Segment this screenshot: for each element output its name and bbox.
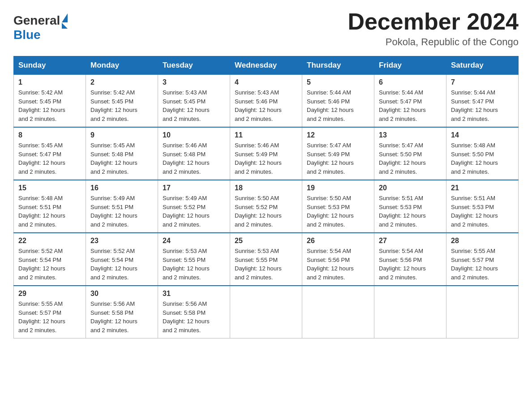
calendar-cell: 5 Sunrise: 5:44 AMSunset: 5:46 PMDayligh… [302,75,374,128]
week-row-1: 1 Sunrise: 5:42 AMSunset: 5:45 PMDayligh… [14,75,519,128]
week-row-2: 8 Sunrise: 5:45 AMSunset: 5:47 PMDayligh… [14,127,519,180]
day-number: 24 [163,237,225,245]
calendar-cell: 31 Sunrise: 5:56 AMSunset: 5:58 PMDaylig… [158,286,230,338]
calendar-cell: 2 Sunrise: 5:42 AMSunset: 5:45 PMDayligh… [86,75,158,128]
day-number: 26 [307,237,369,245]
calendar-header-row: SundayMondayTuesdayWednesdayThursdayFrid… [14,56,519,75]
col-header-monday: Monday [86,56,158,75]
day-number: 12 [307,131,369,139]
calendar-cell: 10 Sunrise: 5:46 AMSunset: 5:48 PMDaylig… [158,127,230,180]
day-number: 23 [90,237,153,245]
day-number: 1 [18,78,81,86]
calendar-cell: 20 Sunrise: 5:51 AMSunset: 5:53 PMDaylig… [374,180,446,233]
day-info: Sunrise: 5:44 AMSunset: 5:47 PMDaylight:… [451,89,498,122]
day-number: 8 [18,131,81,139]
day-info: Sunrise: 5:50 AMSunset: 5:52 PMDaylight:… [235,195,282,228]
day-info: Sunrise: 5:56 AMSunset: 5:58 PMDaylight:… [90,300,137,334]
calendar-cell: 19 Sunrise: 5:50 AMSunset: 5:53 PMDaylig… [302,180,374,233]
calendar-cell: 15 Sunrise: 5:48 AMSunset: 5:51 PMDaylig… [14,180,86,233]
calendar-cell: 18 Sunrise: 5:50 AMSunset: 5:52 PMDaylig… [230,180,302,233]
day-number: 29 [18,290,81,298]
calendar-cell: 25 Sunrise: 5:53 AMSunset: 5:55 PMDaylig… [230,233,302,286]
day-info: Sunrise: 5:46 AMSunset: 5:48 PMDaylight:… [163,142,210,175]
day-info: Sunrise: 5:50 AMSunset: 5:53 PMDaylight:… [307,195,354,228]
logo-general: General [13,14,60,27]
day-number: 15 [18,184,81,192]
day-number: 9 [90,131,153,139]
calendar-cell [302,286,374,338]
week-row-5: 29 Sunrise: 5:55 AMSunset: 5:57 PMDaylig… [14,286,519,338]
day-info: Sunrise: 5:52 AMSunset: 5:54 PMDaylight:… [90,248,137,281]
day-number: 31 [163,290,225,298]
day-number: 5 [307,78,369,86]
day-number: 28 [451,237,514,245]
day-info: Sunrise: 5:47 AMSunset: 5:49 PMDaylight:… [307,142,354,175]
calendar-cell: 9 Sunrise: 5:45 AMSunset: 5:48 PMDayligh… [86,127,158,180]
day-info: Sunrise: 5:51 AMSunset: 5:53 PMDaylight:… [379,195,426,228]
calendar-cell [374,286,446,338]
day-info: Sunrise: 5:51 AMSunset: 5:53 PMDaylight:… [451,195,498,228]
week-row-3: 15 Sunrise: 5:48 AMSunset: 5:51 PMDaylig… [14,180,519,233]
calendar-cell: 4 Sunrise: 5:43 AMSunset: 5:46 PMDayligh… [230,75,302,128]
calendar-cell: 27 Sunrise: 5:54 AMSunset: 5:56 PMDaylig… [374,233,446,286]
day-number: 22 [18,237,81,245]
calendar-cell: 23 Sunrise: 5:52 AMSunset: 5:54 PMDaylig… [86,233,158,286]
calendar-cell: 24 Sunrise: 5:53 AMSunset: 5:55 PMDaylig… [158,233,230,286]
day-info: Sunrise: 5:43 AMSunset: 5:46 PMDaylight:… [235,89,282,122]
col-header-tuesday: Tuesday [158,56,230,75]
day-info: Sunrise: 5:54 AMSunset: 5:56 PMDaylight:… [307,248,354,281]
day-info: Sunrise: 5:43 AMSunset: 5:45 PMDaylight:… [163,89,210,122]
day-info: Sunrise: 5:52 AMSunset: 5:54 PMDaylight:… [18,248,65,281]
day-number: 25 [235,237,297,245]
day-info: Sunrise: 5:56 AMSunset: 5:58 PMDaylight:… [163,300,210,334]
col-header-wednesday: Wednesday [230,56,302,75]
day-number: 3 [163,78,225,86]
col-header-saturday: Saturday [446,56,519,75]
calendar-cell: 28 Sunrise: 5:55 AMSunset: 5:57 PMDaylig… [446,233,519,286]
calendar-cell: 12 Sunrise: 5:47 AMSunset: 5:49 PMDaylig… [302,127,374,180]
calendar-cell: 29 Sunrise: 5:55 AMSunset: 5:57 PMDaylig… [14,286,86,338]
day-info: Sunrise: 5:55 AMSunset: 5:57 PMDaylight:… [18,300,65,334]
location-title: Pokola, Republic of the Congo [348,36,519,48]
day-number: 16 [90,184,153,192]
title-block: December 2024 Pokola, Republic of the Co… [348,9,519,48]
day-info: Sunrise: 5:48 AMSunset: 5:51 PMDaylight:… [18,195,65,228]
day-info: Sunrise: 5:45 AMSunset: 5:48 PMDaylight:… [90,142,137,175]
day-info: Sunrise: 5:49 AMSunset: 5:52 PMDaylight:… [163,195,210,228]
calendar-cell: 26 Sunrise: 5:54 AMSunset: 5:56 PMDaylig… [302,233,374,286]
day-info: Sunrise: 5:54 AMSunset: 5:56 PMDaylight:… [379,248,426,281]
day-info: Sunrise: 5:53 AMSunset: 5:55 PMDaylight:… [235,248,282,281]
day-number: 21 [451,184,514,192]
calendar-table: SundayMondayTuesdayWednesdayThursdayFrid… [13,56,519,338]
calendar-cell: 11 Sunrise: 5:46 AMSunset: 5:49 PMDaylig… [230,127,302,180]
day-number: 2 [90,78,153,86]
day-info: Sunrise: 5:47 AMSunset: 5:50 PMDaylight:… [379,142,426,175]
day-info: Sunrise: 5:48 AMSunset: 5:50 PMDaylight:… [451,142,498,175]
calendar-cell: 21 Sunrise: 5:51 AMSunset: 5:53 PMDaylig… [446,180,519,233]
day-number: 18 [235,184,297,192]
day-number: 11 [235,131,297,139]
calendar-cell: 13 Sunrise: 5:47 AMSunset: 5:50 PMDaylig… [374,127,446,180]
day-number: 7 [451,78,514,86]
logo-blue: Blue [13,29,41,41]
day-info: Sunrise: 5:46 AMSunset: 5:49 PMDaylight:… [235,142,282,175]
calendar-cell [230,286,302,338]
day-number: 27 [379,237,442,245]
day-info: Sunrise: 5:42 AMSunset: 5:45 PMDaylight:… [18,89,65,122]
page-header: General Blue December 2024 Pokola, Repub… [13,9,519,48]
col-header-friday: Friday [374,56,446,75]
col-header-thursday: Thursday [302,56,374,75]
day-number: 17 [163,184,225,192]
day-info: Sunrise: 5:45 AMSunset: 5:47 PMDaylight:… [18,142,65,175]
day-number: 4 [235,78,297,86]
calendar-cell: 3 Sunrise: 5:43 AMSunset: 5:45 PMDayligh… [158,75,230,128]
calendar-cell: 1 Sunrise: 5:42 AMSunset: 5:45 PMDayligh… [14,75,86,128]
day-number: 6 [379,78,442,86]
day-number: 14 [451,131,514,139]
calendar-cell [446,286,519,338]
day-info: Sunrise: 5:44 AMSunset: 5:46 PMDaylight:… [307,89,354,122]
day-info: Sunrise: 5:53 AMSunset: 5:55 PMDaylight:… [163,248,210,281]
calendar-cell: 22 Sunrise: 5:52 AMSunset: 5:54 PMDaylig… [14,233,86,286]
day-number: 19 [307,184,369,192]
day-number: 30 [90,290,153,298]
